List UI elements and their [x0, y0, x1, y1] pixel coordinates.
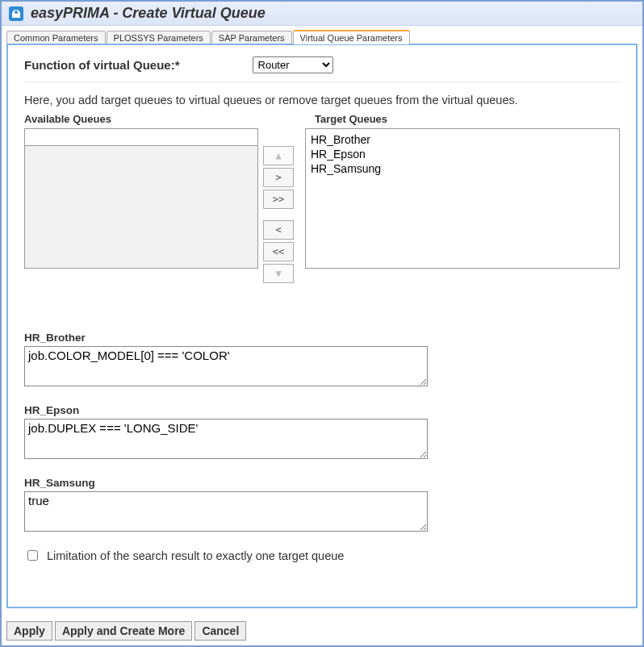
app-icon: [8, 6, 24, 22]
window: easyPRIMA - Create Virtual Queue Common …: [0, 0, 644, 647]
queue-headers: Available Queues Target Queues: [24, 113, 620, 125]
target-queues-list[interactable]: HR_Brother HR_Epson HR_Samsung: [305, 128, 620, 269]
rule-input-hr-epson[interactable]: [24, 419, 428, 459]
function-select[interactable]: Router: [253, 56, 333, 73]
available-queues-list[interactable]: [24, 146, 258, 269]
rule-label-hr-brother: HR_Brother: [24, 332, 620, 344]
rule-input-hr-samsung[interactable]: [24, 491, 428, 532]
move-up-button[interactable]: ▲: [263, 146, 294, 165]
limitation-row: Limitation of the search result to exact…: [24, 548, 620, 563]
limitation-label: Limitation of the search result to exact…: [47, 549, 344, 562]
svg-point-1: [15, 10, 18, 14]
target-queues-column: HR_Brother HR_Epson HR_Samsung: [305, 128, 620, 283]
rule-input-hr-brother[interactable]: [24, 346, 428, 386]
transfer-buttons: ▲ > >> < << ▼: [263, 128, 300, 283]
add-all-button[interactable]: >>: [263, 190, 294, 209]
list-item[interactable]: HR_Brother: [311, 132, 614, 147]
rule-label-hr-epson: HR_Epson: [24, 404, 620, 416]
move-down-button[interactable]: ▼: [263, 264, 294, 283]
title-bar: easyPRIMA - Create Virtual Queue: [2, 2, 642, 26]
remove-one-button[interactable]: <: [263, 220, 294, 240]
footer-buttons: Apply Apply and Create More Cancel: [6, 621, 246, 641]
target-queues-header: Target Queues: [315, 113, 620, 125]
tabs: Common Parameters PLOSSYS Parameters SAP…: [2, 26, 642, 44]
apply-and-create-more-button[interactable]: Apply and Create More: [55, 621, 192, 641]
list-item[interactable]: HR_Epson: [311, 147, 614, 161]
tab-panel: Function of virtual Queue:* Router Here,…: [6, 44, 638, 608]
function-row: Function of virtual Queue:* Router: [24, 52, 620, 82]
description-text: Here, you add target queues to virtual q…: [24, 94, 620, 106]
rule-label-hr-samsung: HR_Samsung: [24, 477, 620, 489]
tab-plossys-parameters[interactable]: PLOSSYS Parameters: [107, 31, 211, 44]
queue-transfer: ▲ > >> < << ▼ HR_Brother HR_Epson HR_Sam…: [24, 128, 620, 283]
available-queues-header: Available Queues: [24, 113, 258, 125]
cancel-button[interactable]: Cancel: [194, 621, 246, 641]
tab-sap-parameters[interactable]: SAP Parameters: [211, 31, 292, 44]
list-item[interactable]: HR_Samsung: [311, 161, 614, 176]
available-queues-search[interactable]: [24, 128, 258, 146]
tab-virtual-queue-parameters[interactable]: Virtual Queue Parameters: [293, 30, 410, 44]
function-label: Function of virtual Queue:*: [24, 58, 180, 72]
window-title: easyPRIMA - Create Virtual Queue: [31, 5, 266, 22]
tab-common-parameters[interactable]: Common Parameters: [6, 31, 106, 44]
limitation-checkbox[interactable]: [27, 550, 38, 561]
available-queues-column: [24, 128, 258, 283]
apply-button[interactable]: Apply: [6, 621, 52, 641]
remove-all-button[interactable]: <<: [263, 242, 294, 261]
add-one-button[interactable]: >: [263, 168, 294, 187]
